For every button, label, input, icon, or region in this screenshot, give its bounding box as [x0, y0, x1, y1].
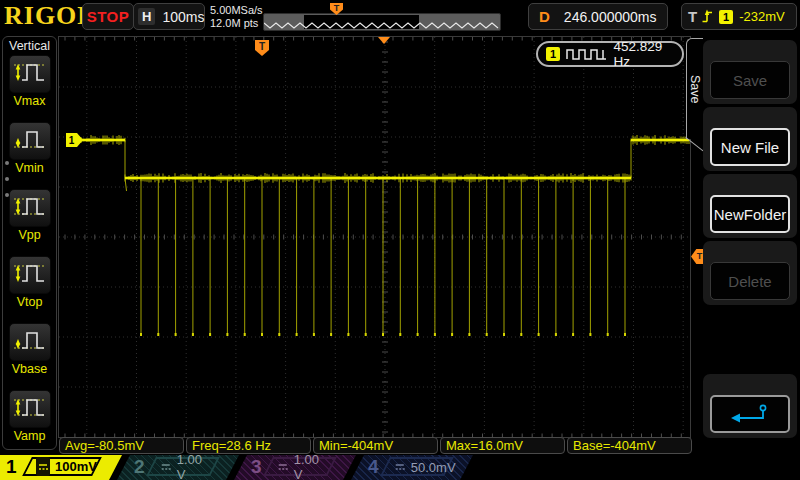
- measurement-item: Freq=28.6 Hz: [186, 437, 311, 454]
- menu-item-label: Vbase: [3, 362, 56, 376]
- channel-number: 4: [368, 456, 379, 478]
- delay-center-indicator-icon: [378, 37, 390, 44]
- preview-waveform: [264, 14, 500, 30]
- channel-3-status[interactable]: 31.00 V: [234, 455, 356, 480]
- counter-channel-badge: 1: [546, 47, 560, 61]
- menu-item-vmax[interactable]: Vmax: [3, 55, 56, 120]
- delay-value: 246.000000ms: [564, 9, 657, 25]
- return-arrow-icon: [730, 403, 770, 425]
- timebase-value: 100ms: [162, 9, 204, 25]
- menu-item-label: Vpp: [3, 228, 56, 242]
- softkey-slot: New File: [703, 107, 797, 171]
- menu-item-vamp[interactable]: Vamp: [3, 390, 56, 455]
- vmin-waveform-icon: [9, 122, 51, 160]
- back-button[interactable]: [710, 395, 790, 433]
- menu-item-vmin[interactable]: Vmin: [3, 122, 56, 187]
- channel-scale-box: 1.00 V: [263, 457, 337, 476]
- menu-item-vpp[interactable]: Vpp: [3, 189, 56, 254]
- run-state-label: STOP: [87, 8, 130, 25]
- menu-item-label: Vmin: [3, 161, 56, 175]
- horizontal-label: H: [138, 8, 155, 25]
- vpp-waveform-icon: [9, 189, 51, 227]
- softkey-save[interactable]: Save: [710, 61, 790, 99]
- channel-scale-box: 100mV: [22, 457, 102, 476]
- vamp-waveform-icon: [9, 390, 51, 428]
- page-indicator-dot: [5, 177, 9, 181]
- measurement-results-bar: Avg=-80.5mVFreq=28.6 HzMin=-404mVMax=16.…: [59, 437, 692, 454]
- channel-scale-box: 1.00 V: [146, 457, 220, 476]
- run-state-indicator[interactable]: STOP: [82, 3, 134, 30]
- measurement-item: Avg=-80.5mV: [59, 437, 184, 454]
- dc-coupling-icon: [277, 458, 289, 476]
- channel-number: 3: [251, 456, 262, 478]
- left-menu-panel: Vertical VmaxVminVppVtopVbaseVamp: [2, 36, 57, 450]
- trigger-position-marker-icon: T: [259, 41, 265, 52]
- channel-scale-box: 50.0mV: [380, 457, 454, 476]
- frequency-counter-overlay: 1 452.829 Hz: [536, 41, 684, 67]
- softkey-new-file[interactable]: New File: [710, 128, 790, 166]
- counter-frequency-value: 452.829 Hz: [614, 39, 682, 69]
- trigger-info-box[interactable]: T 1 -232mV: [681, 3, 797, 30]
- left-menu-title: Vertical: [3, 39, 56, 53]
- memory-depth: 12.0M pts: [210, 17, 263, 30]
- svg-text:1: 1: [69, 135, 75, 146]
- trigger-level-value: -232mV: [739, 9, 785, 24]
- channel-scale-value: 1.00 V: [294, 452, 330, 480]
- menu-item-vbase[interactable]: Vbase: [3, 323, 56, 388]
- vmax-waveform-icon: [9, 55, 51, 93]
- dc-coupling-icon: [394, 458, 406, 476]
- dc-coupling-icon: [160, 458, 172, 476]
- softkey-newfolder[interactable]: NewFolder: [710, 195, 790, 233]
- menu-item-label: Vamp: [3, 429, 56, 443]
- menu-item-vtop[interactable]: Vtop: [3, 256, 56, 321]
- softkey-delete[interactable]: Delete: [710, 262, 790, 300]
- softkey-slot: Delete: [703, 241, 797, 305]
- channel-number: 2: [134, 456, 145, 478]
- vbase-waveform-icon: [9, 323, 51, 361]
- square-wave-icon: [566, 47, 608, 61]
- softkey-slot: NewFolder: [703, 174, 797, 238]
- rising-edge-icon: [701, 8, 714, 25]
- acquisition-info: 5.00MSa/s 12.0M pts: [210, 4, 263, 30]
- waveform-preview-bar[interactable]: [263, 13, 501, 31]
- sample-rate: 5.00MSa/s: [210, 4, 263, 17]
- menu-item-label: Vtop: [3, 295, 56, 309]
- vtop-waveform-icon: [9, 256, 51, 294]
- softkey-menu-panel: SaveNew FileNewFolderDelete: [700, 34, 800, 454]
- channel-4-status[interactable]: 450.0mV: [351, 455, 473, 480]
- measurement-item: Max=16.0mV: [440, 437, 565, 454]
- graticule-area[interactable]: T1: [58, 36, 691, 438]
- softkey-slot: Save: [703, 40, 797, 104]
- page-indicator-dot: [5, 193, 9, 197]
- channel-number: 1: [6, 456, 17, 478]
- measurement-item: Base=-404mV: [567, 437, 692, 454]
- channel-scale-value: 100mV: [55, 459, 97, 474]
- channel-1-status[interactable]: 1100mV: [0, 455, 122, 480]
- page-indicator-dot: [5, 161, 9, 165]
- softkey-slot: [703, 374, 797, 438]
- channel-scale-value: 50.0mV: [411, 459, 456, 474]
- horizontal-timebase-box[interactable]: H 100ms: [133, 3, 205, 30]
- trigger-source-badge: 1: [719, 10, 733, 24]
- menu-item-label: Vmax: [3, 94, 56, 108]
- channel-scale-value: 1.00 V: [177, 452, 213, 480]
- measurement-item: Min=-404mV: [313, 437, 438, 454]
- oscilloscope-screen: RIGOL STOP H 100ms 5.00MSa/s 12.0M pts T…: [0, 0, 800, 480]
- channel-2-status[interactable]: 21.00 V: [117, 455, 239, 480]
- dc-coupling-icon: [36, 457, 50, 476]
- channel-status-bar: 1100mV21.00 V31.00 V450.0mV: [0, 455, 800, 480]
- trigger-label: T: [688, 8, 697, 25]
- delay-label: D: [539, 8, 550, 25]
- delay-box[interactable]: D 246.000000ms: [528, 3, 668, 30]
